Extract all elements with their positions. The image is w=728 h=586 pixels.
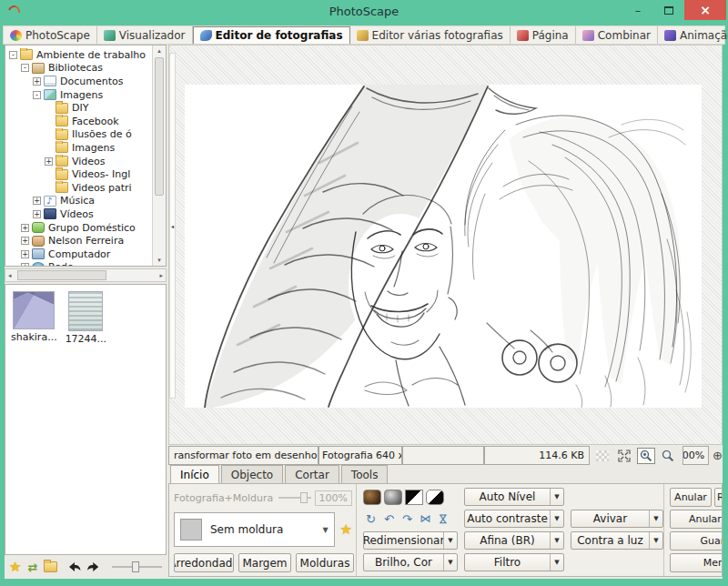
main-tab[interactable]: Editor de fotografias [193, 26, 350, 44]
favorites-star-icon[interactable]: ★ [9, 559, 21, 575]
filter-button[interactable]: Filtro▼ [464, 553, 564, 571]
undo-all-button[interactable]: Anular T [670, 510, 722, 529]
frame-favorite-star-icon[interactable]: ★ [340, 521, 352, 538]
tree-horizontal-scrollbar[interactable]: ◂ ▸ [5, 268, 167, 282]
frame-select-dropdown[interactable]: Sem moldura ▼ [174, 512, 335, 547]
slider-thumb[interactable] [300, 492, 308, 503]
sepia-filter-button[interactable] [363, 490, 381, 505]
brightness-color-button[interactable]: Brilho, Cor▼ [363, 553, 458, 571]
tab-cortar[interactable]: Cortar [285, 465, 339, 483]
margin-button[interactable]: Margem [238, 553, 291, 572]
tree-item[interactable]: Videos patri [7, 181, 151, 195]
zoom-actual-size-icon[interactable] [637, 448, 655, 464]
scroll-right-icon[interactable]: ▸ [159, 272, 163, 279]
tree-item[interactable]: -Imagens [7, 88, 151, 102]
tree-hscrollbar-thumb[interactable] [17, 270, 106, 280]
chevron-down-icon[interactable]: ▼ [550, 510, 563, 527]
resize-button[interactable]: Redimensionar▼ [363, 531, 458, 550]
expand-box-icon[interactable]: + [21, 224, 29, 232]
tree-item[interactable]: Facebook [7, 115, 151, 128]
collapse-box-icon[interactable]: - [21, 64, 29, 72]
open-folder-icon[interactable] [44, 561, 57, 572]
tab-inicio[interactable]: Início [170, 465, 219, 483]
tree-vertical-scrollbar[interactable]: ▴ ▾ [152, 45, 166, 266]
main-tab[interactable]: Animação GIF [658, 26, 728, 44]
frame-opacity-slider[interactable] [278, 492, 310, 503]
expand-box-icon[interactable]: + [21, 263, 29, 266]
tree-scrollbar-thumb[interactable] [155, 57, 164, 196]
main-tab[interactable]: Combinar [576, 26, 658, 44]
backlight-button[interactable]: Contra a luz▼ [571, 531, 663, 550]
main-tab[interactable]: Página [511, 26, 576, 44]
zoom-in-plus-icon[interactable]: ⊕ [713, 446, 723, 465]
collapse-box-icon[interactable]: - [9, 51, 17, 59]
tree-item[interactable]: +Nelson Ferreira [7, 234, 151, 248]
vivid-button[interactable]: Avivar▼ [571, 510, 663, 528]
rotate-ccw-icon[interactable]: ↶ [381, 511, 397, 527]
tree-item[interactable]: Imagens [7, 141, 151, 155]
undo-button[interactable]: Anular [670, 488, 712, 507]
rotate-icon[interactable]: ↻ [363, 511, 379, 527]
auto-contrast-button[interactable]: Auto contraste▼ [464, 510, 564, 528]
flip-vertical-icon[interactable]: ⋈ [436, 511, 451, 527]
chevron-down-icon[interactable]: ▼ [550, 532, 563, 549]
scroll-left-icon[interactable]: ◂ [8, 272, 12, 279]
chevron-down-icon[interactable]: ▼ [649, 532, 662, 549]
rounded-corners-button[interactable]: Arredondado [174, 553, 234, 572]
zoom-magnifier-icon[interactable] [659, 448, 677, 464]
sharpen-button[interactable]: Afina (BR)▼ [464, 531, 564, 550]
chevron-down-icon[interactable]: ▼ [443, 532, 457, 549]
main-tab[interactable]: Visualizador [97, 26, 193, 44]
tree-item[interactable]: +Documentos [7, 75, 151, 88]
close-button[interactable]: × [684, 0, 726, 20]
back-arrow-icon[interactable] [67, 561, 80, 573]
forward-arrow-icon[interactable] [87, 561, 100, 573]
expand-box-icon[interactable]: + [21, 250, 29, 258]
scroll-up-icon[interactable]: ▴ [153, 47, 166, 55]
tree-item[interactable]: +Videos [7, 155, 151, 168]
fit-to-window-icon[interactable] [615, 448, 633, 464]
tree-item[interactable]: +Computador [7, 248, 151, 261]
negative-filter-button[interactable] [426, 490, 444, 505]
tree-item[interactable]: +Grupo Doméstico [7, 221, 151, 235]
redo-button[interactable]: R [714, 488, 722, 507]
tree-item[interactable]: Ilusões de ó [7, 128, 151, 142]
panel-splitter-handle[interactable]: ◂ [169, 53, 176, 399]
collapse-box-icon[interactable]: - [33, 91, 41, 99]
tree-item[interactable]: +Rede [7, 261, 151, 267]
thumbnail-item[interactable]: 17244... [66, 291, 106, 345]
chevron-down-icon[interactable]: ▼ [550, 489, 563, 505]
main-tab[interactable]: Editor várias fotografias [350, 26, 511, 44]
scroll-down-icon[interactable]: ▾ [153, 257, 166, 264]
tree-item[interactable]: Videos- Ingl [7, 167, 151, 181]
threshold-filter-button[interactable] [405, 490, 423, 505]
tab-objecto[interactable]: Objecto [221, 465, 283, 483]
tree-item[interactable]: DIY [7, 101, 151, 115]
tab-tools[interactable]: Tools [341, 465, 389, 483]
minimize-button[interactable]: – [622, 0, 653, 20]
maximize-button[interactable] [653, 0, 684, 20]
frames-button[interactable]: Molduras [296, 553, 354, 572]
chevron-down-icon[interactable]: ▼ [443, 554, 457, 571]
expand-box-icon[interactable]: + [33, 210, 41, 218]
tree-item[interactable]: +Música [7, 195, 151, 208]
auto-level-button[interactable]: Auto Nível▼ [464, 488, 564, 506]
expand-box-icon[interactable]: + [21, 237, 29, 245]
rotate-cw-icon[interactable]: ↷ [399, 511, 415, 527]
menu-button[interactable]: Menu [670, 553, 722, 572]
chevron-down-icon[interactable]: ▼ [550, 554, 563, 571]
transparency-checker-icon[interactable] [596, 450, 609, 461]
expand-box-icon[interactable]: + [45, 157, 53, 166]
thumbnail-item[interactable]: shakira... [11, 291, 57, 343]
slider-thumb[interactable] [132, 561, 139, 572]
thumbnail-size-slider[interactable] [112, 561, 162, 572]
tree-item[interactable]: -Ambiente de trabalho [7, 48, 151, 62]
tree-item[interactable]: +Vídeos [7, 207, 151, 221]
tree-item[interactable]: -Bibliotecas [7, 62, 151, 76]
expand-box-icon[interactable]: + [33, 197, 41, 205]
expand-box-icon[interactable]: + [33, 77, 41, 86]
save-button[interactable]: Guard [670, 531, 722, 551]
main-tab[interactable]: PhotoScape [4, 26, 97, 44]
grayscale-filter-button[interactable] [384, 490, 402, 505]
flip-horizontal-icon[interactable]: ⋈ [418, 511, 433, 527]
